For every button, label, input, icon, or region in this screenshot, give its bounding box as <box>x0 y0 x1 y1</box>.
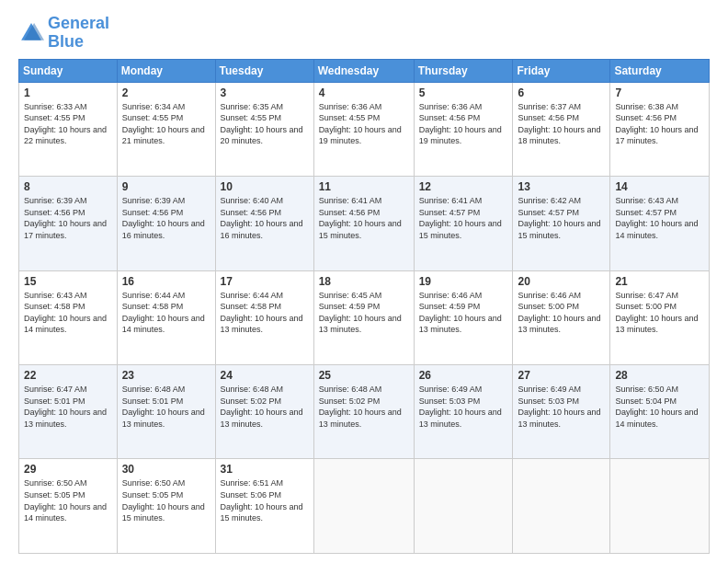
day-info: Sunrise: 6:49 AMSunset: 5:03 PMDaylight:… <box>518 384 605 430</box>
weekday-header-row: SundayMondayTuesdayWednesdayThursdayFrid… <box>19 59 710 82</box>
day-number: 20 <box>518 275 605 288</box>
logo: General Blue <box>18 15 109 52</box>
day-info: Sunrise: 6:48 AMSunset: 5:02 PMDaylight:… <box>221 384 309 430</box>
day-number: 2 <box>122 86 210 99</box>
weekday-thursday: Thursday <box>414 59 513 82</box>
day-number: 7 <box>615 86 704 99</box>
calendar-cell: 17 Sunrise: 6:44 AMSunset: 4:58 PMDaylig… <box>215 270 313 364</box>
day-number: 26 <box>419 369 508 382</box>
calendar-cell: 23 Sunrise: 6:48 AMSunset: 5:01 PMDaylig… <box>117 365 215 459</box>
day-number: 29 <box>24 463 112 476</box>
calendar-cell: 21 Sunrise: 6:47 AMSunset: 5:00 PMDaylig… <box>610 270 710 364</box>
day-info: Sunrise: 6:38 AMSunset: 4:56 PMDaylight:… <box>615 101 704 147</box>
day-info: Sunrise: 6:36 AMSunset: 4:56 PMDaylight:… <box>419 101 508 147</box>
day-number: 31 <box>221 463 309 476</box>
day-info: Sunrise: 6:34 AMSunset: 4:55 PMDaylight:… <box>122 101 210 147</box>
day-number: 19 <box>419 275 508 288</box>
calendar-cell: 12 Sunrise: 6:41 AMSunset: 4:57 PMDaylig… <box>414 177 513 270</box>
day-number: 25 <box>319 369 409 382</box>
weekday-friday: Friday <box>513 59 610 82</box>
calendar-cell: 9 Sunrise: 6:39 AMSunset: 4:56 PMDayligh… <box>117 177 215 270</box>
day-number: 11 <box>319 180 409 193</box>
day-info: Sunrise: 6:41 AMSunset: 4:56 PMDaylight:… <box>319 195 409 241</box>
calendar-cell: 6 Sunrise: 6:37 AMSunset: 4:56 PMDayligh… <box>513 82 610 176</box>
calendar-cell: 13 Sunrise: 6:42 AMSunset: 4:57 PMDaylig… <box>513 177 610 270</box>
day-number: 16 <box>122 275 210 288</box>
calendar-cell: 25 Sunrise: 6:48 AMSunset: 5:02 PMDaylig… <box>313 365 414 459</box>
calendar-cell: 1 Sunrise: 6:33 AMSunset: 4:55 PMDayligh… <box>19 82 118 176</box>
calendar-week-5: 29 Sunrise: 6:50 AMSunset: 5:05 PMDaylig… <box>19 459 710 554</box>
calendar-week-4: 22 Sunrise: 6:47 AMSunset: 5:01 PMDaylig… <box>19 365 710 459</box>
calendar-cell <box>610 459 710 554</box>
day-number: 3 <box>221 86 309 99</box>
day-number: 28 <box>615 369 704 382</box>
calendar-cell: 30 Sunrise: 6:50 AMSunset: 5:05 PMDaylig… <box>117 459 215 554</box>
calendar-cell: 18 Sunrise: 6:45 AMSunset: 4:59 PMDaylig… <box>313 270 414 364</box>
calendar-cell: 27 Sunrise: 6:49 AMSunset: 5:03 PMDaylig… <box>513 365 610 459</box>
calendar-cell: 7 Sunrise: 6:38 AMSunset: 4:56 PMDayligh… <box>610 82 710 176</box>
logo-icon <box>18 20 44 46</box>
calendar-cell: 28 Sunrise: 6:50 AMSunset: 5:04 PMDaylig… <box>610 365 710 459</box>
day-number: 12 <box>419 180 508 193</box>
weekday-monday: Monday <box>117 59 215 82</box>
calendar-cell: 3 Sunrise: 6:35 AMSunset: 4:55 PMDayligh… <box>215 82 313 176</box>
calendar-cell <box>414 459 513 554</box>
calendar-cell: 24 Sunrise: 6:48 AMSunset: 5:02 PMDaylig… <box>215 365 313 459</box>
day-info: Sunrise: 6:37 AMSunset: 4:56 PMDaylight:… <box>518 101 605 147</box>
calendar-cell: 31 Sunrise: 6:51 AMSunset: 5:06 PMDaylig… <box>215 459 313 554</box>
day-info: Sunrise: 6:36 AMSunset: 4:55 PMDaylight:… <box>319 101 409 147</box>
day-number: 1 <box>24 86 112 99</box>
weekday-sunday: Sunday <box>19 59 118 82</box>
day-info: Sunrise: 6:48 AMSunset: 5:01 PMDaylight:… <box>122 384 210 430</box>
day-info: Sunrise: 6:33 AMSunset: 4:55 PMDaylight:… <box>24 101 112 147</box>
day-info: Sunrise: 6:47 AMSunset: 5:01 PMDaylight:… <box>24 384 112 430</box>
day-info: Sunrise: 6:43 AMSunset: 4:57 PMDaylight:… <box>615 195 704 241</box>
day-info: Sunrise: 6:46 AMSunset: 4:59 PMDaylight:… <box>419 290 508 336</box>
day-info: Sunrise: 6:48 AMSunset: 5:02 PMDaylight:… <box>319 384 409 430</box>
calendar-body: 1 Sunrise: 6:33 AMSunset: 4:55 PMDayligh… <box>19 82 710 553</box>
weekday-saturday: Saturday <box>610 59 710 82</box>
calendar-cell: 11 Sunrise: 6:41 AMSunset: 4:56 PMDaylig… <box>313 177 414 270</box>
calendar-cell: 14 Sunrise: 6:43 AMSunset: 4:57 PMDaylig… <box>610 177 710 270</box>
day-number: 24 <box>221 369 309 382</box>
day-info: Sunrise: 6:44 AMSunset: 4:58 PMDaylight:… <box>221 290 309 336</box>
calendar-cell: 20 Sunrise: 6:46 AMSunset: 5:00 PMDaylig… <box>513 270 610 364</box>
day-number: 8 <box>24 180 112 193</box>
day-number: 27 <box>518 369 605 382</box>
day-info: Sunrise: 6:39 AMSunset: 4:56 PMDaylight:… <box>122 195 210 241</box>
day-info: Sunrise: 6:45 AMSunset: 4:59 PMDaylight:… <box>319 290 409 336</box>
day-number: 5 <box>419 86 508 99</box>
day-info: Sunrise: 6:47 AMSunset: 5:00 PMDaylight:… <box>615 290 704 336</box>
calendar-cell: 8 Sunrise: 6:39 AMSunset: 4:56 PMDayligh… <box>19 177 118 270</box>
page: General Blue SundayMondayTuesdayWednesda… <box>0 0 728 563</box>
calendar-cell: 16 Sunrise: 6:44 AMSunset: 4:58 PMDaylig… <box>117 270 215 364</box>
calendar-cell: 19 Sunrise: 6:46 AMSunset: 4:59 PMDaylig… <box>414 270 513 364</box>
day-info: Sunrise: 6:44 AMSunset: 4:58 PMDaylight:… <box>122 290 210 336</box>
weekday-tuesday: Tuesday <box>215 59 313 82</box>
calendar-cell: 26 Sunrise: 6:49 AMSunset: 5:03 PMDaylig… <box>414 365 513 459</box>
day-info: Sunrise: 6:43 AMSunset: 4:58 PMDaylight:… <box>24 290 112 336</box>
day-number: 23 <box>122 369 210 382</box>
calendar-cell: 5 Sunrise: 6:36 AMSunset: 4:56 PMDayligh… <box>414 82 513 176</box>
day-info: Sunrise: 6:42 AMSunset: 4:57 PMDaylight:… <box>518 195 605 241</box>
calendar-cell: 29 Sunrise: 6:50 AMSunset: 5:05 PMDaylig… <box>19 459 118 554</box>
day-info: Sunrise: 6:46 AMSunset: 5:00 PMDaylight:… <box>518 290 605 336</box>
calendar-cell <box>513 459 610 554</box>
day-number: 22 <box>24 369 112 382</box>
day-info: Sunrise: 6:39 AMSunset: 4:56 PMDaylight:… <box>24 195 112 241</box>
calendar-cell: 22 Sunrise: 6:47 AMSunset: 5:01 PMDaylig… <box>19 365 118 459</box>
day-number: 30 <box>122 463 210 476</box>
day-number: 4 <box>319 86 409 99</box>
day-number: 6 <box>518 86 605 99</box>
day-info: Sunrise: 6:41 AMSunset: 4:57 PMDaylight:… <box>419 195 508 241</box>
calendar-week-1: 1 Sunrise: 6:33 AMSunset: 4:55 PMDayligh… <box>19 82 710 176</box>
header: General Blue <box>18 15 710 52</box>
weekday-wednesday: Wednesday <box>313 59 414 82</box>
calendar-cell: 4 Sunrise: 6:36 AMSunset: 4:55 PMDayligh… <box>313 82 414 176</box>
calendar-cell: 10 Sunrise: 6:40 AMSunset: 4:56 PMDaylig… <box>215 177 313 270</box>
day-info: Sunrise: 6:51 AMSunset: 5:06 PMDaylight:… <box>221 477 309 523</box>
day-number: 17 <box>221 275 309 288</box>
day-number: 13 <box>518 180 605 193</box>
day-info: Sunrise: 6:49 AMSunset: 5:03 PMDaylight:… <box>419 384 508 430</box>
calendar-week-3: 15 Sunrise: 6:43 AMSunset: 4:58 PMDaylig… <box>19 270 710 364</box>
